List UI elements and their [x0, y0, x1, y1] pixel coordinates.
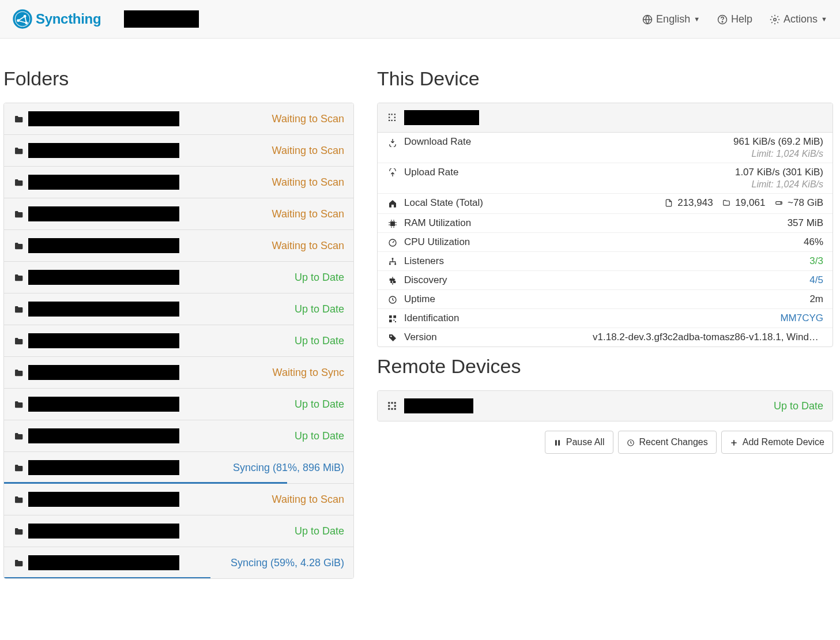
folders-heading: Folders: [3, 67, 354, 90]
folder-status: Waiting to Scan: [272, 494, 344, 506]
svg-rect-43: [558, 440, 560, 445]
navbar: Syncthing English ▼ Help Actions ▼: [0, 0, 840, 39]
folder-row[interactable]: Waiting to Scan: [4, 167, 353, 198]
svg-point-11: [774, 18, 777, 21]
remote-device-status: Up to Date: [774, 400, 823, 412]
folder-name-redacted: [28, 365, 179, 380]
signpost-icon: [387, 275, 398, 285]
discovery-value[interactable]: 4/5: [809, 274, 823, 286]
folder-name-redacted: [28, 206, 179, 221]
folder-row[interactable]: Up to Date: [4, 293, 353, 325]
actions-menu[interactable]: Actions ▼: [770, 13, 827, 25]
folder-row[interactable]: Waiting to Scan: [4, 230, 353, 262]
folder-row[interactable]: Syncing (59%, 4.28 GiB): [4, 547, 353, 578]
svg-rect-14: [394, 114, 395, 115]
folder-name-redacted: [28, 270, 179, 285]
local-state-label: Local State (Total): [404, 197, 483, 209]
folder-name-redacted: [28, 302, 179, 317]
device-name-redacted: [124, 10, 199, 28]
folder-icon: [13, 240, 27, 252]
folder-row[interactable]: Up to Date: [4, 325, 353, 357]
folder-status: Waiting to Scan: [272, 113, 344, 125]
add-remote-device-button[interactable]: Add Remote Device: [721, 431, 833, 454]
caret-down-icon: ▼: [694, 16, 700, 22]
this-device-panel: Download Rate 961 KiB/s (69.2 MiB) Limit…: [377, 103, 833, 347]
folder-row[interactable]: Waiting to Scan: [4, 198, 353, 230]
folder-row[interactable]: Up to Date: [4, 389, 353, 420]
folder-icon: [13, 398, 27, 411]
remote-device-row[interactable]: Up to Date: [378, 391, 833, 421]
qrcode-icon: [387, 313, 398, 323]
upload-icon: [387, 167, 398, 178]
gauge-icon: [387, 237, 398, 247]
folder-icon: [13, 272, 27, 284]
folder-row[interactable]: Waiting to Scan: [4, 135, 353, 167]
home-icon: [387, 198, 398, 208]
svg-rect-13: [391, 114, 393, 115]
remote-device-panel: Up to Date: [377, 390, 833, 421]
folder-row[interactable]: Syncing (81%, 896 MiB): [4, 452, 353, 484]
folder-status: Syncing (81%, 896 MiB): [233, 462, 344, 474]
folder-row[interactable]: Up to Date: [4, 515, 353, 547]
uptime-value: 2m: [809, 293, 823, 305]
folder-status: Waiting to Scan: [272, 240, 344, 252]
svg-rect-16: [394, 117, 395, 118]
folder-icon: [13, 557, 27, 569]
folder-row[interactable]: Waiting to Scan: [4, 484, 353, 515]
folder-icon: [13, 367, 27, 379]
svg-point-10: [722, 21, 723, 22]
folder-name-redacted: [28, 555, 179, 570]
folder-name-redacted: [28, 397, 179, 412]
folder-icon: [13, 494, 27, 506]
sitemap-icon: [387, 256, 398, 266]
pause-icon: [553, 437, 562, 447]
help-icon: [717, 13, 728, 25]
folder-row[interactable]: Up to Date: [4, 420, 353, 452]
folder-icon: [13, 176, 27, 189]
folder-row[interactable]: Up to Date: [4, 262, 353, 293]
svg-point-1: [16, 12, 29, 26]
help-menu[interactable]: Help: [717, 13, 752, 25]
this-device-heading: This Device: [377, 67, 833, 90]
svg-rect-15: [389, 117, 390, 118]
caret-down-icon: ▼: [821, 16, 827, 22]
folder-name-redacted: [28, 460, 179, 475]
folder-status: Up to Date: [295, 303, 344, 315]
svg-point-33: [390, 336, 392, 337]
pause-all-button[interactable]: Pause All: [545, 431, 613, 454]
chip-icon: [387, 218, 398, 228]
download-rate-value: 961 KiB/s (69.2 MiB): [733, 136, 823, 148]
identification-value[interactable]: MM7CYG: [780, 313, 823, 324]
folder-name-redacted: [28, 238, 179, 253]
folder-small-icon: [722, 199, 730, 207]
svg-rect-42: [555, 440, 557, 445]
svg-rect-18: [391, 120, 393, 121]
folder-row[interactable]: Waiting to Sync: [4, 357, 353, 389]
listeners-label: Listeners: [404, 255, 444, 267]
folder-status: Waiting to Scan: [272, 208, 344, 220]
uptime-label: Uptime: [404, 293, 435, 305]
svg-rect-28: [389, 315, 392, 318]
folder-icon: [13, 335, 27, 347]
svg-rect-37: [388, 405, 390, 407]
remote-device-name-redacted: [404, 398, 473, 413]
this-device-name-redacted: [404, 110, 479, 125]
history-icon: [627, 437, 635, 447]
recent-changes-button[interactable]: Recent Changes: [618, 431, 717, 454]
svg-rect-19: [394, 120, 395, 121]
listeners-value[interactable]: 3/3: [809, 255, 823, 267]
download-rate-label: Download Rate: [404, 136, 471, 148]
cpu-label: CPU Utilization: [404, 236, 470, 248]
folder-row[interactable]: Waiting to Scan: [4, 103, 353, 135]
folder-icon: [13, 208, 27, 220]
identification-label: Identification: [404, 313, 459, 324]
cpu-value: 46%: [804, 236, 823, 248]
plus-icon: [730, 437, 738, 447]
brand-block[interactable]: Syncthing: [13, 9, 101, 29]
folder-status: Up to Date: [295, 525, 344, 537]
folder-name-redacted: [28, 524, 179, 539]
language-menu[interactable]: English ▼: [642, 13, 700, 25]
folder-icon: [13, 462, 27, 474]
this-device-header[interactable]: [378, 103, 833, 133]
folder-name-redacted: [28, 492, 179, 507]
